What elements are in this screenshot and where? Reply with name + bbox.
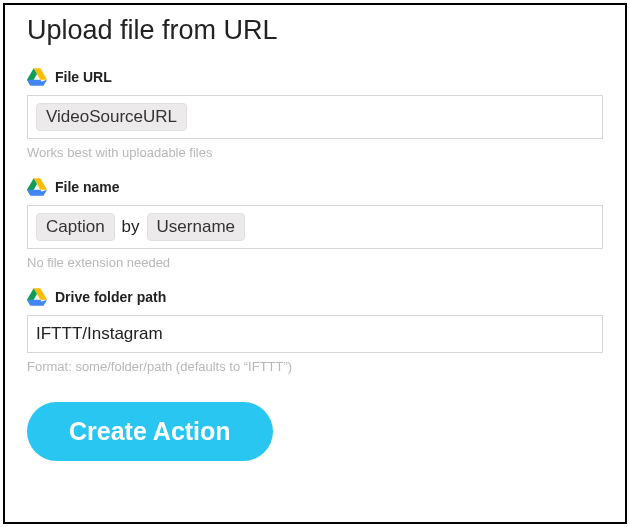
page-title: Upload file from URL — [27, 15, 603, 46]
upload-from-url-panel: Upload file from URL File URL VideoSourc… — [3, 3, 627, 524]
file-url-hint: Works best with uploadable files — [27, 145, 603, 160]
drive-icon — [27, 178, 47, 196]
folder-path-label: Drive folder path — [55, 289, 166, 305]
svg-marker-3 — [27, 80, 44, 86]
file-name-hint: No file extension needed — [27, 255, 603, 270]
svg-marker-11 — [27, 300, 44, 306]
svg-marker-7 — [27, 190, 44, 196]
file-url-label: File URL — [55, 69, 112, 85]
folder-path-hint: Format: some/folder/path (defaults to “I… — [27, 359, 603, 374]
drive-icon — [27, 288, 47, 306]
folder-path-value: IFTTT/Instagram — [36, 324, 163, 344]
file-url-input[interactable]: VideoSourceURL — [27, 95, 603, 139]
ingredient-video-source-url[interactable]: VideoSourceURL — [36, 103, 187, 131]
folder-path-input[interactable]: IFTTT/Instagram — [27, 315, 603, 353]
file-name-label: File name — [55, 179, 120, 195]
field-label-row: File URL — [27, 68, 603, 86]
field-folder-path: Drive folder path IFTTT/Instagram Format… — [27, 288, 603, 374]
drive-icon — [27, 68, 47, 86]
ingredient-caption[interactable]: Caption — [36, 213, 115, 241]
file-name-separator: by — [120, 217, 142, 237]
field-file-name: File name Caption by Username No file ex… — [27, 178, 603, 270]
field-file-url: File URL VideoSourceURL Works best with … — [27, 68, 603, 160]
ingredient-username[interactable]: Username — [147, 213, 245, 241]
field-label-row: File name — [27, 178, 603, 196]
file-name-input[interactable]: Caption by Username — [27, 205, 603, 249]
field-label-row: Drive folder path — [27, 288, 603, 306]
create-action-button[interactable]: Create Action — [27, 402, 273, 461]
